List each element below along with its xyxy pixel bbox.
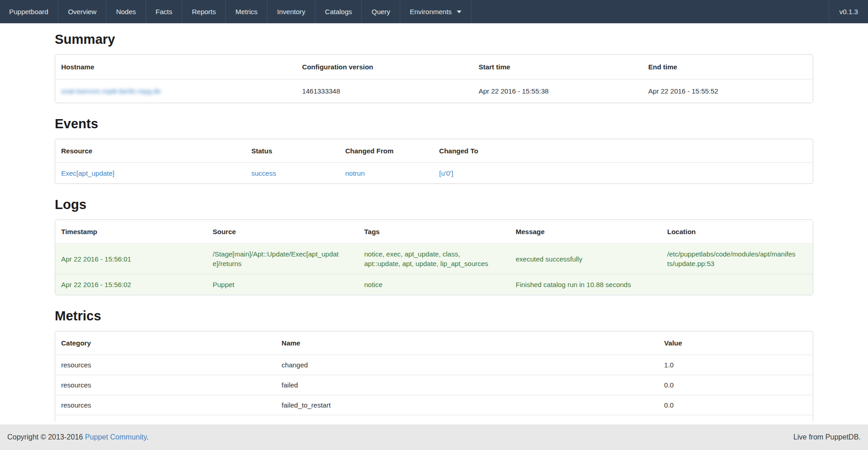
summary-panel: Hostname Configuration version Start tim…: [55, 54, 813, 103]
metric-value-cell: 0.0: [658, 395, 813, 415]
copyright-text: Copyright © 2013-2016 Puppet Community.: [7, 433, 148, 441]
logs-header-row: Timestamp Source Tags Message Location: [55, 220, 813, 244]
events-col-resource: Resource: [55, 139, 246, 163]
event-status-link[interactable]: success: [251, 169, 276, 177]
events-col-status: Status: [246, 139, 340, 163]
metric-category-cell: resources: [55, 395, 276, 415]
logs-col-location: Location: [661, 220, 813, 244]
summary-header-row: Hostname Configuration version Start tim…: [55, 55, 813, 79]
log-row: Apr 22 2016 - 15:56:01 /Stage[main]/Apt:…: [55, 244, 813, 274]
metrics-heading: Metrics: [55, 308, 813, 324]
environments-label: Environments: [410, 8, 452, 16]
events-col-changed-to: Changed To: [433, 139, 813, 163]
navbar-spacer: [471, 0, 829, 23]
logs-col-timestamp: Timestamp: [55, 220, 207, 244]
metric-value-cell: 0.0: [658, 375, 813, 395]
copyright-suffix: .: [146, 433, 148, 441]
puppet-community-link[interactable]: Puppet Community: [85, 433, 146, 441]
log-timestamp-cell: Apr 22 2016 - 15:56:02: [55, 274, 207, 295]
logs-col-source: Source: [207, 220, 358, 244]
events-table: Resource Status Changed From Changed To …: [55, 139, 813, 183]
metric-row: resources failed 0.0: [55, 375, 813, 395]
metric-name-cell: changed: [276, 355, 658, 375]
summary-col-start-time: Start time: [473, 55, 643, 79]
events-header-row: Resource Status Changed From Changed To: [55, 139, 813, 163]
logs-col-message: Message: [510, 220, 661, 244]
metric-name-cell: failed: [276, 375, 658, 395]
main-content: Summary Hostname Configuration version S…: [0, 23, 868, 421]
event-changed-from-link[interactable]: notrun: [345, 169, 365, 177]
events-row: Exec[apt_update] success notrun [u'0']: [55, 163, 813, 184]
event-changed-to-link[interactable]: [u'0']: [439, 169, 453, 177]
summary-row: snat-tservvm.mpib-berlin.mpg.de 14613333…: [55, 79, 813, 103]
nav-item-inventory[interactable]: Inventory: [267, 0, 315, 23]
summary-col-config-version: Configuration version: [296, 55, 473, 79]
nav-item-catalogs[interactable]: Catalogs: [315, 0, 362, 23]
nav-brand-puppetboard[interactable]: Puppetboard: [0, 0, 58, 23]
log-source-cell: /Stage[main]/Apt::Update/Exec[apt_update…: [207, 244, 358, 274]
copyright-prefix: Copyright © 2013-2016: [7, 433, 85, 441]
nav-dropdown-environments[interactable]: Environments: [400, 0, 471, 23]
nav-item-query[interactable]: Query: [362, 0, 400, 23]
nav-item-nodes[interactable]: Nodes: [106, 0, 146, 23]
version-badge: v0.1.3: [829, 0, 868, 23]
config-version-cell: 1461333348: [296, 79, 473, 103]
nav-item-overview[interactable]: Overview: [58, 0, 107, 23]
log-tags-cell: notice: [358, 274, 510, 295]
log-location-cell: [661, 274, 813, 295]
nav-item-reports[interactable]: Reports: [182, 0, 226, 23]
metric-row: resources changed 1.0: [55, 355, 813, 375]
events-col-changed-from: Changed From: [339, 139, 433, 163]
metric-row: resources failed_to_restart 0.0: [55, 395, 813, 415]
metric-category-cell: resources: [55, 355, 276, 375]
hostname-link[interactable]: snat-tservvm.mpib-berlin.mpg.de: [61, 87, 161, 95]
events-heading: Events: [55, 116, 813, 132]
logs-col-tags: Tags: [358, 220, 510, 244]
log-timestamp-cell: Apr 22 2016 - 15:56:01: [55, 244, 207, 274]
metric-category-cell: resources: [55, 375, 276, 395]
event-resource-link[interactable]: Exec[apt_update]: [61, 169, 115, 177]
log-message-cell: Finished catalog run in 10.88 seconds: [510, 274, 661, 295]
log-message-cell: executed successfully: [510, 244, 661, 274]
metrics-col-value: Value: [658, 331, 813, 355]
page-footer: Copyright © 2013-2016 Puppet Community. …: [0, 424, 868, 450]
logs-heading: Logs: [55, 197, 813, 213]
metric-name-cell: failed_to_restart: [276, 395, 658, 415]
live-from-puppetdb-text: Live from PuppetDB.: [793, 433, 861, 441]
log-row: Apr 22 2016 - 15:56:02 Puppet notice Fin…: [55, 274, 813, 295]
end-time-cell: Apr 22 2016 - 15:55:52: [642, 79, 813, 103]
top-navbar: Puppetboard Overview Nodes Facts Reports…: [0, 0, 868, 23]
start-time-cell: Apr 22 2016 - 15:55:38: [473, 79, 643, 103]
logs-panel: Timestamp Source Tags Message Location A…: [55, 220, 813, 295]
log-location-cell: /etc/puppetlabs/code/modules/apt/manifes…: [661, 244, 813, 274]
metrics-panel: Category Name Value resources changed 1.…: [55, 331, 813, 421]
metrics-table-cutoff: [55, 415, 813, 421]
summary-heading: Summary: [55, 31, 813, 47]
summary-col-hostname: Hostname: [55, 55, 296, 79]
metrics-col-category: Category: [55, 331, 276, 355]
summary-col-end-time: End time: [642, 55, 813, 79]
metrics-col-name: Name: [276, 331, 658, 355]
chevron-down-icon: [457, 10, 461, 13]
metric-value-cell: 1.0: [658, 355, 813, 375]
summary-table: Hostname Configuration version Start tim…: [55, 55, 813, 103]
nav-item-metrics[interactable]: Metrics: [226, 0, 267, 23]
metrics-header-row: Category Name Value: [55, 331, 813, 355]
logs-table: Timestamp Source Tags Message Location A…: [55, 220, 813, 295]
log-tags-cell: notice, exec, apt_update, class, apt::up…: [358, 244, 510, 274]
nav-item-facts[interactable]: Facts: [146, 0, 183, 23]
log-source-cell: Puppet: [207, 274, 358, 295]
metrics-table: Category Name Value resources changed 1.…: [55, 331, 813, 415]
events-panel: Resource Status Changed From Changed To …: [55, 139, 813, 184]
